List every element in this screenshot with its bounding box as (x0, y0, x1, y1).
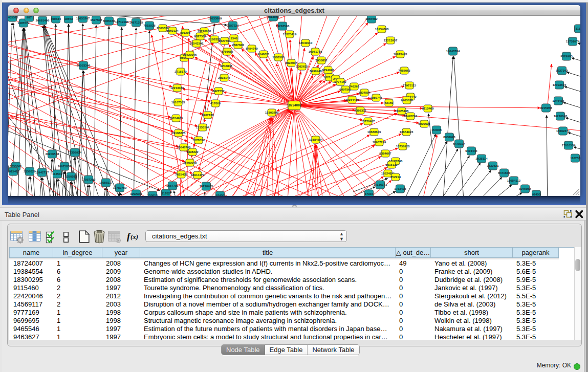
svg-text:114519: 114519 (52, 172, 62, 176)
svg-text:417006: 417006 (210, 102, 221, 105)
svg-text:16914479: 16914479 (191, 173, 205, 177)
svg-text:6479197: 6479197 (453, 142, 465, 145)
svg-text:1362635: 1362635 (296, 65, 308, 68)
svg-text:6794028: 6794028 (322, 69, 334, 72)
svg-text:12942737: 12942737 (35, 171, 49, 174)
svg-text:17010534: 17010534 (562, 144, 576, 147)
svg-text:9329965: 9329965 (560, 55, 573, 58)
svg-text:9463627: 9463627 (401, 99, 413, 102)
svg-text:15692371: 15692371 (556, 129, 570, 133)
svg-text:12213957: 12213957 (384, 39, 398, 42)
svg-text:17359924: 17359924 (68, 151, 82, 154)
svg-text:1546: 1546 (230, 37, 237, 40)
svg-text:8990448: 8990448 (310, 70, 322, 73)
svg-text:10756928: 10756928 (396, 145, 410, 148)
svg-text:12093872: 12093872 (553, 83, 567, 86)
svg-text:10973493: 10973493 (394, 53, 407, 56)
svg-text:19384554: 19384554 (309, 138, 323, 141)
svg-text:62160: 62160 (385, 101, 394, 104)
svg-text:10958117: 10958117 (99, 181, 113, 184)
svg-text:19218506: 19218506 (276, 25, 290, 28)
svg-text:9146821: 9146821 (257, 53, 270, 56)
svg-text:8756685: 8756685 (221, 50, 233, 53)
svg-text:1405572: 1405572 (17, 21, 30, 25)
svg-text:18724007: 18724007 (287, 103, 302, 107)
svg-text:116753: 116753 (570, 157, 580, 160)
svg-text:7357224: 7357224 (227, 24, 239, 27)
svg-text:16107553: 16107553 (171, 101, 185, 104)
svg-text:16961758: 16961758 (309, 50, 322, 53)
svg-text:2935114: 2935114 (475, 157, 488, 160)
svg-text:987: 987 (27, 16, 32, 19)
svg-text:1080748: 1080748 (370, 96, 382, 99)
svg-text:15720407: 15720407 (361, 120, 375, 123)
svg-text:164095: 164095 (431, 128, 442, 132)
svg-text:9245052: 9245052 (519, 187, 531, 190)
svg-text:10653: 10653 (64, 17, 73, 20)
svg-text:18495794: 18495794 (404, 115, 418, 118)
svg-text:16671355: 16671355 (129, 21, 143, 24)
svg-text:20364436: 20364436 (345, 98, 359, 101)
svg-text:2867608: 2867608 (232, 43, 244, 47)
svg-text:8938923: 8938923 (443, 136, 455, 139)
svg-text:13226058: 13226058 (198, 30, 211, 33)
svg-text:3824554: 3824554 (358, 91, 371, 94)
svg-text:252214: 252214 (390, 176, 401, 179)
svg-text:1405572: 1405572 (6, 16, 18, 19)
svg-text:10719185: 10719185 (115, 20, 129, 24)
svg-text:7625402: 7625402 (175, 173, 187, 176)
svg-text:8427552: 8427552 (212, 90, 225, 93)
svg-text:16154808: 16154808 (375, 28, 389, 31)
svg-text:8660124: 8660124 (166, 29, 179, 32)
svg-text:1527602: 1527602 (90, 18, 102, 21)
svg-text:13325419: 13325419 (283, 33, 297, 36)
svg-text:1588520: 1588520 (272, 56, 285, 59)
svg-text:15751074: 15751074 (566, 40, 580, 43)
svg-text:11702: 11702 (162, 192, 170, 195)
svg-text:7515528: 7515528 (143, 24, 156, 27)
svg-text:19654985: 19654985 (169, 117, 183, 120)
svg-text:15300295: 15300295 (265, 111, 279, 114)
svg-text:7386372: 7386372 (354, 109, 366, 112)
svg-text:6099695: 6099695 (418, 122, 430, 125)
svg-text:19166825: 19166825 (172, 132, 186, 135)
svg-text:10654112: 10654112 (507, 179, 521, 182)
svg-text:2718170: 2718170 (175, 70, 187, 73)
svg-text:7485063: 7485063 (398, 69, 410, 72)
svg-text:1615132: 1615132 (385, 163, 398, 166)
svg-text:9474444: 9474444 (465, 149, 477, 152)
svg-text:9242848: 9242848 (220, 64, 232, 68)
svg-text:7955812: 7955812 (315, 59, 328, 62)
svg-text:16210643: 16210643 (554, 115, 568, 118)
svg-text:15136141: 15136141 (374, 183, 387, 186)
svg-text:2087682: 2087682 (365, 17, 378, 20)
svg-text:20206538: 20206538 (46, 152, 59, 156)
svg-text:2803144: 2803144 (218, 76, 230, 79)
svg-text:18907249: 18907249 (373, 141, 386, 144)
svg-text:8471676: 8471676 (498, 171, 510, 174)
svg-text:6466160: 6466160 (103, 19, 115, 23)
svg-text:20691406: 20691406 (36, 19, 50, 22)
svg-text:11353594: 11353594 (196, 126, 210, 129)
svg-text:12213369: 12213369 (170, 86, 184, 90)
svg-text:17334: 17334 (365, 192, 374, 195)
svg-text:746266: 746266 (349, 85, 360, 88)
svg-text:9777169: 9777169 (334, 80, 346, 83)
svg-text:16033809: 16033809 (208, 17, 222, 20)
svg-text:891295: 891295 (180, 31, 191, 34)
svg-text:92450: 92450 (216, 194, 225, 197)
svg-text:16409948: 16409948 (183, 161, 197, 164)
svg-text:9115460: 9115460 (422, 107, 434, 110)
svg-text:9227343: 9227343 (556, 69, 568, 72)
svg-text:1250513: 1250513 (65, 175, 77, 178)
svg-text:10688609: 10688609 (367, 130, 381, 134)
svg-text:10543342: 10543342 (190, 42, 204, 45)
svg-text:20053346: 20053346 (77, 64, 91, 67)
svg-text:13654923: 13654923 (400, 130, 413, 134)
svg-text:3822037: 3822037 (285, 61, 297, 64)
svg-text:10655267: 10655267 (76, 17, 90, 20)
svg-text:8454749: 8454749 (246, 47, 258, 50)
svg-text:9827503: 9827503 (194, 35, 206, 38)
svg-text:22420046: 22420046 (183, 53, 197, 56)
svg-text:92450: 92450 (532, 193, 541, 196)
